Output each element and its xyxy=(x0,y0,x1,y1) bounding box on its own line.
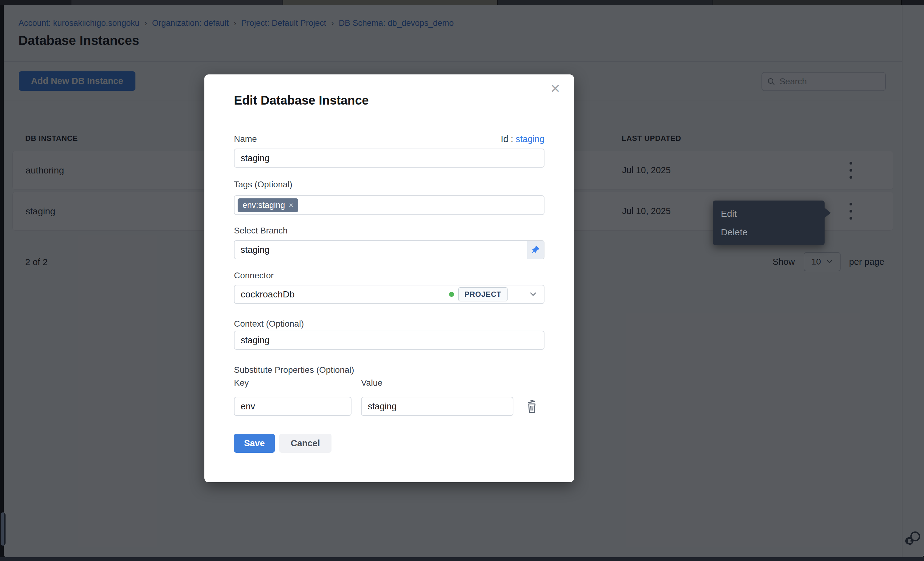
select-branch-label: Select Branch xyxy=(234,226,288,236)
browser-tab[interactable] xyxy=(713,0,901,5)
id-value-link[interactable]: staging xyxy=(516,134,544,144)
screen: Account: kurosakiichigo.songoku › Organi… xyxy=(0,0,924,561)
branch-input[interactable]: staging xyxy=(234,240,544,259)
property-value-input[interactable] xyxy=(361,397,513,416)
modal-title: Edit Database Instance xyxy=(234,94,369,107)
context-menu-arrow xyxy=(824,207,831,218)
browser-tab-strip xyxy=(0,0,924,5)
pushpin-icon xyxy=(531,245,540,254)
tag-chip-text: env:staging xyxy=(243,200,285,210)
context-label: Context (Optional) xyxy=(234,319,304,329)
property-key-input[interactable] xyxy=(234,397,351,416)
window-bottom-edge xyxy=(0,557,924,561)
connector-value: cockroachDb xyxy=(241,289,294,299)
edit-database-instance-modal: ✕ Edit Database Instance Name Id : stagi… xyxy=(204,75,574,482)
name-label: Name xyxy=(234,134,257,144)
delete-property-button[interactable] xyxy=(525,399,539,414)
name-input[interactable] xyxy=(234,148,544,168)
pin-branch-button[interactable] xyxy=(527,241,544,259)
browser-tab[interactable] xyxy=(0,0,71,5)
connector-meta: PROJECT xyxy=(449,286,507,303)
close-icon[interactable]: ✕ xyxy=(550,82,561,95)
tag-chip: env:staging × xyxy=(238,198,298,212)
branch-value: staging xyxy=(241,245,270,255)
browser-tab-active[interactable] xyxy=(283,0,497,5)
id-label: Id : xyxy=(501,134,513,144)
trash-icon xyxy=(525,399,538,414)
instance-id-line: Id : staging xyxy=(501,134,544,144)
tags-input[interactable]: env:staging × xyxy=(234,195,544,215)
substitute-properties-label: Substitute Properties (Optional) xyxy=(234,365,354,375)
context-input[interactable] xyxy=(234,331,544,350)
connector-select[interactable]: cockroachDb PROJECT xyxy=(234,285,544,304)
row-context-menu: Edit Delete xyxy=(713,200,825,245)
connector-label: Connector xyxy=(234,271,274,280)
context-menu-delete[interactable]: Delete xyxy=(713,224,825,240)
browser-tab xyxy=(902,0,924,5)
tags-label: Tags (Optional) xyxy=(234,180,292,190)
key-label: Key xyxy=(234,378,249,388)
chevron-down-icon xyxy=(530,292,537,297)
value-label: Value xyxy=(361,378,382,388)
save-button[interactable]: Save xyxy=(234,434,275,453)
tag-remove-icon[interactable]: × xyxy=(289,200,293,210)
scope-badge: PROJECT xyxy=(458,287,507,301)
window-left-edge xyxy=(0,5,4,561)
browser-tab[interactable] xyxy=(71,0,282,5)
status-dot-icon xyxy=(449,292,454,297)
browser-tab[interactable] xyxy=(498,0,712,5)
cancel-button[interactable]: Cancel xyxy=(279,434,332,453)
context-menu-edit[interactable]: Edit xyxy=(713,206,825,221)
